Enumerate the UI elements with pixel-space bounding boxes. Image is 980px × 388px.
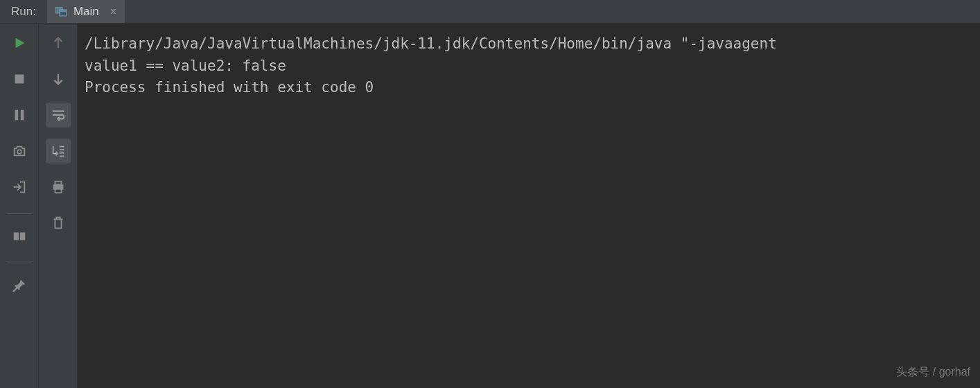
layout-icon: [12, 229, 27, 244]
primary-toolbar: [0, 24, 39, 388]
dump-threads-button[interactable]: [7, 139, 32, 164]
toolbar-separator: [7, 213, 32, 214]
rerun-button[interactable]: [7, 30, 32, 55]
svg-rect-3: [15, 75, 24, 84]
svg-rect-11: [59, 152, 63, 154]
svg-rect-7: [13, 233, 18, 240]
console-line: value1 == value2: false: [85, 55, 973, 78]
svg-rect-5: [20, 110, 24, 121]
scroll-to-end-button[interactable]: [46, 139, 71, 164]
secondary-toolbar: [39, 24, 78, 388]
stop-icon: [12, 71, 27, 87]
layout-button[interactable]: [7, 224, 32, 249]
toolbar-separator: [7, 263, 32, 263]
exit-icon: [12, 179, 27, 195]
print-button[interactable]: [46, 175, 71, 200]
arrow-down-icon: [51, 71, 66, 87]
svg-rect-2: [60, 10, 66, 12]
scroll-to-end-icon: [51, 143, 66, 159]
soft-wrap-icon: [51, 107, 66, 123]
tab-label: Main: [73, 5, 99, 19]
application-icon: [55, 7, 68, 17]
up-stack-button[interactable]: [46, 30, 71, 55]
svg-rect-4: [15, 110, 18, 121]
camera-icon: [12, 143, 27, 159]
soft-wrap-button[interactable]: [46, 103, 71, 127]
watermark: 头条号 / gorhaf: [896, 365, 970, 380]
trash-icon: [51, 215, 66, 231]
svg-rect-10: [59, 149, 63, 150]
arrow-up-icon: [51, 35, 66, 51]
clear-all-button[interactable]: [46, 211, 71, 236]
console-line: /Library/Java/JavaVirtualMachines/jdk-11…: [85, 33, 973, 55]
svg-rect-9: [59, 146, 63, 148]
exit-button[interactable]: [7, 175, 32, 200]
svg-rect-12: [59, 155, 63, 157]
close-tab-icon[interactable]: ×: [110, 6, 116, 18]
pin-button[interactable]: [7, 273, 32, 298]
console-line: Process finished with exit code 0: [85, 77, 973, 99]
svg-rect-13: [55, 182, 61, 185]
run-body: /Library/Java/JavaVirtualMachines/jdk-11…: [0, 24, 980, 388]
pause-button[interactable]: [7, 103, 32, 127]
console-output[interactable]: /Library/Java/JavaVirtualMachines/jdk-11…: [78, 24, 980, 388]
pin-icon: [12, 278, 27, 293]
run-tool-header: Run: Main ×: [0, 0, 980, 24]
svg-point-6: [17, 150, 21, 154]
stop-button[interactable]: [7, 67, 32, 91]
down-stack-button[interactable]: [46, 67, 71, 91]
svg-rect-8: [19, 233, 24, 240]
print-icon: [51, 179, 66, 195]
pause-icon: [12, 107, 27, 123]
run-label: Run:: [0, 0, 47, 23]
run-tab-main[interactable]: Main ×: [47, 0, 125, 23]
play-icon: [12, 35, 27, 51]
